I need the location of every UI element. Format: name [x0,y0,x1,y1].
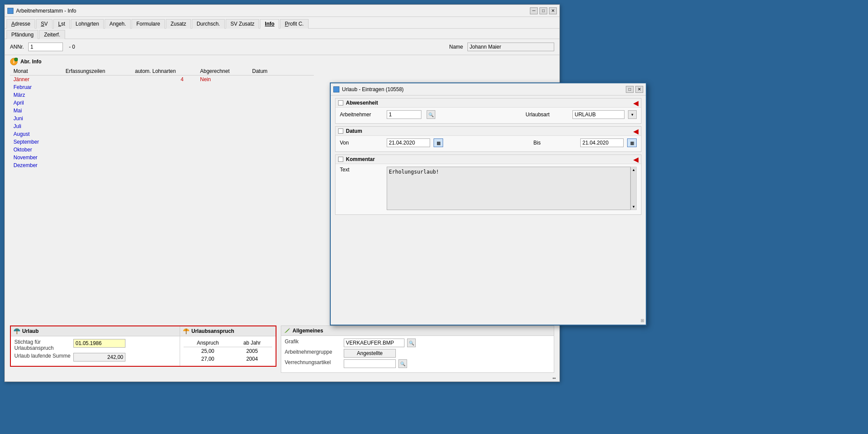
kommentar-pin: ◀ [633,155,638,164]
urlaubsart-input[interactable] [572,110,625,119]
app-icon [7,8,13,14]
svg-point-2 [14,58,18,61]
tab-lst[interactable]: Lst [53,19,70,29]
urlaub-section-wrapper: Urlaub Stichtag fürUrlaubsanspruch Urlau… [10,326,276,367]
urlaub-title: Urlaub [22,328,39,334]
bis-calendar-button[interactable]: ▦ [627,138,637,147]
tab-adresse[interactable]: Adresse [7,19,35,29]
autom-jaenner: 4 [132,76,197,84]
urlaubsart-dropdown[interactable]: ▼ [628,110,637,119]
table-row: 27,00 2004 [184,355,272,363]
tab-profit-c[interactable]: Profit C. [280,19,308,29]
table-row: Mai [10,107,314,115]
dialog-icon [333,86,339,92]
grafik-search-button[interactable]: 🔍 [407,339,416,347]
dialog-window: Urlaub - Eintragen (10558) □ ✕ Abwesenhe… [330,82,647,326]
annr-suffix: - 0 [69,44,75,50]
arbeitnehmer-row: Arbeitnehmergruppe [285,349,550,358]
col-anspruch: Anspruch [184,339,232,347]
bis-input[interactable] [580,138,624,147]
tab-row-1: Adresse SV Lst Lohnarten Angeh. Formular… [5,17,559,29]
urlaubsanspruch-body: Anspruch ab Jahr 25,00 2005 27,00 [180,336,276,365]
tab-sv[interactable]: SV [36,19,53,29]
table-row: Jänner 4 Nein [10,76,314,84]
tab-durchsch[interactable]: Durchsch. [192,19,225,29]
name-input [467,43,554,51]
abr-info-icon: i [10,58,18,66]
dialog-resize-handle[interactable]: ⊞ [641,318,644,323]
dialog-close-button[interactable]: ✕ [635,86,643,93]
grafik-row: Grafik 🔍 [285,339,550,347]
urlaubsanspruch-panel: Urlaubsanspruch Anspruch ab Jahr 25,00 [180,326,276,366]
allgemeines-panel: Allgemeines Grafik 🔍 Arbeitnehmergruppe … [281,326,554,373]
text-textarea[interactable]: Erholungsurlaub! [387,167,631,210]
dialog-maximize-button[interactable]: □ [626,86,634,93]
laufende-summe-input [73,353,125,362]
arbeitnehmer-dialog-input[interactable] [387,110,421,119]
arbeitnehmer-search-button[interactable]: 🔍 [427,110,435,119]
table-row: 25,00 2005 [184,347,272,355]
table-row: August [10,130,314,138]
text-scrollbar[interactable]: ▲ ▼ [631,167,637,210]
verrechnungsartikel-row: Verrechnungsartikel 🔍 [285,359,550,368]
stichtag-input[interactable] [73,339,125,348]
table-row: Oktober [10,146,314,154]
close-button[interactable]: ✕ [549,7,557,14]
kommentar-title: Kommentar [346,156,375,162]
datum-section: Datum ◀ Von ▦ Bis ▦ [335,126,641,152]
tab-pfaendung[interactable]: Pfändung [7,30,38,39]
main-window-title: Arbeitnehmerstamm - Info [16,8,76,14]
table-row: Juli [10,122,314,130]
minimize-button[interactable]: ─ [530,7,538,14]
tab-zusatz[interactable]: Zusatz [166,19,191,29]
von-label: Von [340,140,383,146]
abwesenheit-checkbox[interactable] [338,100,343,105]
form-area: ANNr. - 0 Name [5,39,559,55]
tab-zeiterf[interactable]: Zeiterf. [39,30,65,39]
maximize-button[interactable]: □ [539,7,547,14]
abwesenheit-header: Abwesenheit ◀ [335,99,641,108]
table-row: April [10,99,314,107]
kommentar-body: Text Erholungsurlaub! ▲ ▼ [335,164,641,214]
datum-checkbox[interactable] [338,128,343,134]
grafik-input[interactable] [344,339,404,347]
tab-sv-zusatz[interactable]: SV Zusatz [226,19,259,29]
von-input[interactable] [387,138,430,147]
grafik-label: Grafik [285,339,341,345]
tab-info[interactable]: Info [260,19,279,29]
arbeitnehmer-dialog-label: Arbeitnehmer [340,112,383,118]
kommentar-header: Kommentar ◀ [335,155,641,164]
anspruch-table: Anspruch ab Jahr 25,00 2005 27,00 [184,339,272,363]
kommentar-checkbox[interactable] [338,157,343,162]
name-label: Name [449,44,463,50]
table-row: März [10,91,314,99]
allgemeines-body: Grafik 🔍 Arbeitnehmergruppe Verrechnungs… [281,336,554,372]
datum-pin: ◀ [633,127,638,135]
urlaub-panel: Urlaub Stichtag fürUrlaubsanspruch Urlau… [11,326,180,366]
abr-info-header: i Abr. Info [10,58,554,66]
verrechnungsartikel-label: Verrechnungsartikel [285,359,341,365]
annr-input[interactable] [28,43,63,51]
urlaubsanspruch-header: Urlaubsanspruch [180,326,276,336]
von-calendar-button[interactable]: ▦ [434,138,443,147]
abwesenheit-section: Abwesenheit ◀ Arbeitnehmer 🔍 Urlaubsart … [335,98,641,124]
tab-formulare[interactable]: Formulare [132,19,165,29]
tab-angeh[interactable]: Angeh. [105,19,131,29]
month-jaenner: Jänner [10,76,62,84]
tab-info-label: Info [265,21,274,27]
main-title-bar: Arbeitnehmerstamm - Info ─ □ ✕ [5,5,559,17]
verrechnungsartikel-input[interactable] [344,359,396,368]
col-ab-jahr: ab Jahr [232,339,272,347]
tab-lohnarten[interactable]: Lohnarten [71,19,104,29]
table-row: Februar [10,83,314,91]
laufende-summe-row: Urlaub laufende Summe [14,353,176,362]
urlaubsanspruch-title: Urlaubsanspruch [191,328,234,334]
table-row: Dezember [10,161,314,169]
text-field-row: Text Erholungsurlaub! ▲ ▼ [340,167,637,210]
abr-info-table: Monat Erfassungszeilen autom. Lohnarten … [10,67,314,169]
text-area-wrapper: Erholungsurlaub! ▲ ▼ [387,167,637,210]
dialog-title-bar: Urlaub - Eintragen (10558) □ ✕ [331,83,646,95]
col-monat: Monat [10,67,62,76]
pencil-icon [284,327,291,334]
verrechnungsartikel-search-button[interactable]: 🔍 [398,359,407,368]
